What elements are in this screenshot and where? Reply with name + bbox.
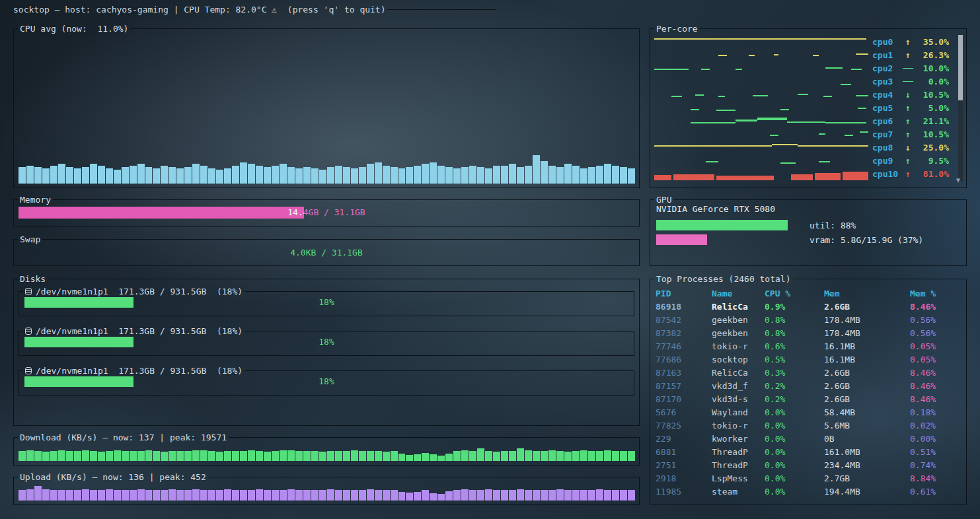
gpu-vram-gauge <box>656 234 806 245</box>
histogram-bar <box>414 166 421 184</box>
histogram-bar <box>525 490 532 501</box>
disk-label: /dev/nvme1n1p1 171.3GB / 931.5GB (18%) <box>36 287 243 296</box>
scrollbar-thumb[interactable] <box>958 35 963 100</box>
spark-segment <box>813 55 819 56</box>
core-sparkline <box>654 61 868 75</box>
histogram-bar <box>58 164 65 184</box>
process-cell: tokio-r <box>712 419 765 433</box>
process-cell: 16.1MB <box>824 340 910 353</box>
spark-segment <box>673 174 714 180</box>
disk-box: /dev/nvme1n1p1 171.3GB / 931.5GB (18%) 1… <box>19 370 634 396</box>
scroll-down-icon[interactable]: ▼ <box>956 176 960 184</box>
spark-segment <box>695 94 704 96</box>
spark-segment <box>770 135 778 136</box>
histogram-bar <box>224 168 231 184</box>
histogram-bar <box>130 451 137 461</box>
process-cell: 0.9% <box>765 300 824 314</box>
histogram-bar <box>272 166 279 184</box>
process-cell: 0.2% <box>765 393 824 406</box>
histogram-bar <box>445 454 453 461</box>
per-core-scrollbar[interactable]: ▼ <box>958 35 963 181</box>
histogram-bar <box>74 168 81 184</box>
column-cpu: CPU % <box>765 287 824 300</box>
histogram-bar <box>137 489 145 501</box>
histogram-bar <box>232 451 239 461</box>
histogram-bar <box>50 451 57 461</box>
per-core-panel-border: Per-core <box>650 22 967 34</box>
core-name: cpu9 <box>872 156 901 166</box>
histogram-bar <box>359 451 366 461</box>
core-trend-icon: ↑ <box>901 169 915 179</box>
core-sparkline <box>654 101 868 114</box>
histogram-bar <box>485 489 492 501</box>
disk-box-border: /dev/nvme1n1p1 171.3GB / 931.5GB (18%) <box>19 325 634 337</box>
process-cell: Wayland <box>712 406 765 419</box>
process-cell: 77825 <box>656 419 712 433</box>
histogram-bar <box>26 489 34 501</box>
spark-segment <box>798 145 868 147</box>
process-cell: 0.51% <box>910 446 966 459</box>
histogram-bar <box>34 451 42 461</box>
histogram-bar <box>216 452 223 461</box>
spark-segment <box>860 131 868 133</box>
histogram-bar <box>620 167 627 184</box>
histogram-bar <box>541 451 548 461</box>
process-cell: 86918 <box>656 300 712 314</box>
process-cell: 0.18% <box>910 406 966 419</box>
histogram-bar <box>375 451 382 461</box>
core-trend-icon: ↑ <box>901 50 915 60</box>
spark-segment <box>843 172 868 180</box>
histogram-bar <box>264 452 271 461</box>
disk-usage-label: 18% <box>24 337 628 347</box>
histogram-bar <box>509 164 516 184</box>
histogram-bar <box>122 490 129 501</box>
histogram-bar <box>596 166 603 184</box>
cpu-history-chart <box>19 32 634 184</box>
histogram-bar <box>74 451 81 461</box>
histogram-bar <box>525 166 532 184</box>
per-core-list: cpu0↑35.0%cpu1↑26.3%cpu2──10.0%cpu3──0.0… <box>654 35 949 182</box>
memory-gauge: 14.4GB / 31.1GB 14.4GB / 31.1GB <box>19 207 634 219</box>
process-cell: 6881 <box>656 446 712 459</box>
spark-segment <box>825 67 843 69</box>
histogram-bar <box>50 490 57 501</box>
core-trend-icon: ↓ <box>901 90 915 100</box>
process-cell: 87157 <box>656 380 712 393</box>
process-cell: 0.05% <box>910 340 966 353</box>
spark-segment <box>691 122 735 123</box>
process-row: 87542geekben0.8%178.4MB0.56% <box>650 314 966 327</box>
histogram-bar <box>248 164 255 184</box>
histogram-bar <box>477 167 484 184</box>
core-sparkline <box>654 127 868 141</box>
histogram-bar <box>184 167 192 184</box>
histogram-bar <box>437 494 445 501</box>
core-name: cpu10 <box>872 169 901 179</box>
histogram-bar <box>588 167 595 184</box>
per-core-panel: Per-core cpu0↑35.0%cpu1↑26.3%cpu2──10.0%… <box>650 28 967 188</box>
histogram-bar <box>311 451 319 461</box>
histogram-bar <box>430 162 437 184</box>
process-cell: LspMess <box>712 472 765 485</box>
histogram-bar <box>319 490 326 501</box>
histogram-bar <box>256 489 263 501</box>
histogram-bar <box>161 490 168 501</box>
disks-panel: Disks /dev/nvme1n1p1 171.3GB / 931.5GB (… <box>13 279 640 426</box>
histogram-bar <box>525 450 532 461</box>
spark-segment <box>791 174 812 180</box>
histogram-bar <box>90 164 97 184</box>
process-cell: 229 <box>656 433 712 446</box>
spark-segment <box>749 55 755 56</box>
core-row: cpu8↓25.0% <box>654 141 949 154</box>
core-percent: 81.0% <box>915 169 949 179</box>
histogram-bar <box>422 453 429 461</box>
process-cell: 2.6GB <box>824 380 910 393</box>
core-row: cpu4↓10.5% <box>654 88 949 101</box>
process-cell: 8.46% <box>910 366 966 380</box>
histogram-bar <box>280 164 287 184</box>
core-percent: 25.0% <box>915 143 949 153</box>
app-title: socktop — host: cachyos-gaming | CPU Tem… <box>13 5 387 15</box>
histogram-bar <box>114 170 121 184</box>
histogram-bar <box>604 450 611 461</box>
disk-usage-label: 18% <box>24 376 628 387</box>
process-row: 2751ThreadP0.0%234.4MB0.74% <box>650 459 966 472</box>
